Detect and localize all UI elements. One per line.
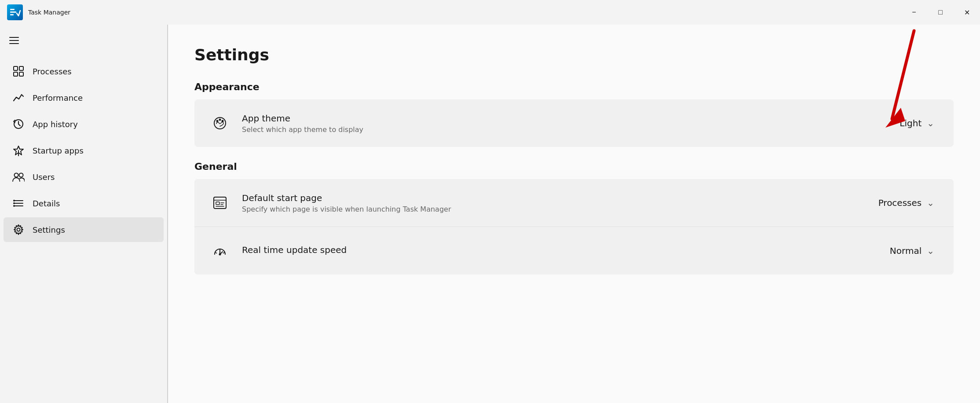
default-start-page-name: Default start page [242, 193, 873, 203]
svg-point-11 [19, 173, 23, 177]
svg-point-15 [13, 200, 15, 202]
app-title: Task Manager [28, 9, 70, 16]
default-start-page-desc: Specify which page is visible when launc… [242, 205, 873, 213]
app-theme-value: Light [900, 118, 921, 128]
svg-point-21 [219, 119, 221, 121]
svg-point-16 [13, 202, 15, 204]
hamburger-icon [9, 37, 19, 44]
sidebar-item-users-label: Users [33, 172, 55, 182]
sidebar-item-processes[interactable]: Processes [4, 59, 164, 84]
svg-rect-3 [10, 14, 14, 15]
sidebar-item-startup-apps[interactable]: Startup apps [4, 138, 164, 163]
svg-rect-23 [214, 197, 226, 209]
minimize-button[interactable]: − [901, 4, 927, 21]
general-card: Default start page Specify which page is… [194, 179, 954, 275]
svg-rect-5 [19, 66, 23, 70]
svg-line-32 [216, 253, 217, 253]
app-theme-text: App theme Select which app theme to disp… [242, 113, 894, 134]
sidebar-item-settings-label: Settings [33, 225, 65, 234]
real-time-update-name: Real time update speed [242, 245, 885, 255]
maximize-button[interactable]: □ [927, 4, 954, 21]
svg-line-33 [223, 253, 225, 253]
svg-point-20 [216, 120, 219, 122]
app-theme-desc: Select which app theme to display [242, 125, 894, 134]
svg-rect-1 [10, 9, 15, 10]
performance-icon [12, 92, 25, 104]
svg-point-31 [219, 253, 221, 256]
app-theme-name: App theme [242, 113, 894, 124]
details-icon [12, 197, 25, 209]
general-section: General De [194, 161, 954, 275]
content-area: Settings Appearance [168, 25, 980, 403]
hamburger-button[interactable] [4, 30, 25, 51]
sidebar-item-processes-label: Processes [33, 67, 72, 76]
sidebar: Processes Performance App history [0, 25, 167, 403]
sidebar-item-startup-apps-label: Startup apps [33, 146, 84, 155]
title-bar: Task Manager − □ ✕ [0, 0, 980, 25]
app-history-icon [12, 118, 25, 130]
settings-icon [12, 223, 25, 236]
default-start-page-value: Processes [878, 198, 922, 208]
close-button[interactable]: ✕ [954, 4, 980, 21]
appearance-section-title: Appearance [194, 81, 954, 92]
sidebar-item-app-history-label: App history [33, 120, 78, 129]
app-icon [7, 4, 23, 20]
sidebar-item-settings[interactable]: Settings [4, 217, 164, 242]
app-theme-icon [208, 112, 231, 135]
svg-rect-25 [216, 202, 219, 205]
app-theme-chevron: ⌄ [927, 118, 934, 128]
svg-rect-4 [14, 66, 18, 70]
sidebar-item-app-history[interactable]: App history [4, 112, 164, 136]
real-time-update-text: Real time update speed [242, 245, 885, 257]
svg-rect-2 [10, 11, 16, 13]
processes-icon [12, 65, 25, 77]
general-section-title: General [194, 161, 954, 172]
default-start-page-text: Default start page Specify which page is… [242, 193, 873, 213]
default-start-page-dropdown[interactable]: Processes ⌄ [873, 194, 940, 212]
appearance-section: Appearance App theme [194, 81, 954, 147]
app-theme-row[interactable]: App theme Select which app theme to disp… [194, 99, 954, 147]
sidebar-item-details[interactable]: Details [4, 191, 164, 216]
default-start-page-icon [208, 191, 231, 214]
default-start-page-chevron: ⌄ [927, 198, 934, 208]
svg-rect-7 [19, 72, 23, 76]
main-layout: Processes Performance App history [0, 25, 980, 403]
real-time-update-chevron: ⌄ [927, 245, 934, 256]
sidebar-item-users[interactable]: Users [4, 165, 164, 189]
appearance-card: App theme Select which app theme to disp… [194, 99, 954, 147]
sidebar-item-details-label: Details [33, 199, 60, 208]
app-theme-dropdown[interactable]: Light ⌄ [894, 114, 940, 132]
real-time-update-dropdown[interactable]: Normal ⌄ [885, 242, 940, 260]
page-title: Settings [194, 46, 954, 64]
real-time-update-row[interactable]: Real time update speed Normal ⌄ [194, 227, 954, 275]
svg-rect-6 [14, 72, 18, 76]
sidebar-item-performance-label: Performance [33, 93, 83, 103]
real-time-update-value: Normal [890, 245, 921, 256]
svg-point-10 [15, 173, 18, 177]
sidebar-item-performance[interactable]: Performance [4, 85, 164, 110]
users-icon [12, 171, 25, 183]
default-start-page-row[interactable]: Default start page Specify which page is… [194, 179, 954, 227]
real-time-update-icon [208, 239, 231, 262]
startup-apps-icon [12, 144, 25, 157]
svg-point-17 [13, 205, 15, 207]
window-controls: − □ ✕ [901, 0, 980, 25]
title-bar-left: Task Manager [7, 4, 70, 20]
svg-point-18 [17, 228, 20, 231]
